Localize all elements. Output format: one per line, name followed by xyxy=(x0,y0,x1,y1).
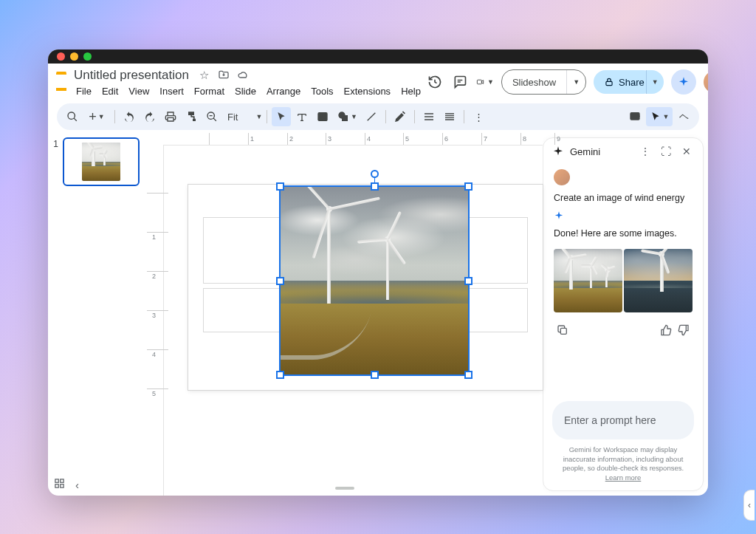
thumbnail-image xyxy=(82,143,120,181)
comments-icon[interactable] xyxy=(451,73,469,91)
menu-edit[interactable]: Edit xyxy=(97,84,123,98)
window-maximize-icon[interactable] xyxy=(83,52,92,61)
resize-handle[interactable] xyxy=(371,371,379,379)
create-with-gemini-icon[interactable] xyxy=(391,107,410,126)
prev-slide-icon[interactable]: ‹ xyxy=(75,479,79,491)
header: Untitled presentation ☆ File Edit View I… xyxy=(48,64,708,100)
resize-handle[interactable] xyxy=(276,182,284,191)
mask-image-icon[interactable] xyxy=(625,107,645,126)
slide[interactable] xyxy=(188,185,543,390)
gemini-disclaimer: Gemini for Workspace may display inaccur… xyxy=(543,441,703,490)
slideshow-dropdown[interactable]: ▼ xyxy=(567,78,585,86)
resize-handle[interactable] xyxy=(276,371,284,379)
zoom-out-icon[interactable] xyxy=(202,107,221,126)
menu-bar: File Edit View Insert Format Slide Arran… xyxy=(71,83,426,98)
generated-images xyxy=(554,249,693,312)
gemini-button[interactable] xyxy=(671,69,696,95)
gemini-sidepanel: Gemini ⋮ ⛶ ✕ Create an image of wind ene… xyxy=(543,137,704,491)
learn-more-link[interactable]: Learn more xyxy=(605,473,642,482)
svg-rect-7 xyxy=(55,479,58,482)
paint-format-icon[interactable] xyxy=(182,107,201,126)
slide-thumbnail[interactable]: 1 xyxy=(51,137,144,186)
thumbs-down-icon[interactable] xyxy=(675,324,693,339)
grid-view-icon[interactable] xyxy=(54,478,65,491)
menu-insert[interactable]: Insert xyxy=(154,84,189,98)
new-slide-button[interactable]: +▼ xyxy=(83,107,110,126)
app-window: Untitled presentation ☆ File Edit View I… xyxy=(48,49,708,496)
canvas[interactable]: 1 2 3 4 5 6 7 8 9 1 2 3 4 5 xyxy=(147,133,543,496)
response-icon xyxy=(554,210,564,221)
zoom-level[interactable]: Fit xyxy=(223,112,242,123)
selected-image[interactable] xyxy=(280,186,469,375)
menu-extensions[interactable]: Extensions xyxy=(339,84,396,98)
vertical-ruler: 1 2 3 4 5 xyxy=(147,145,164,496)
select-tool-icon[interactable] xyxy=(272,107,291,126)
slide-number: 1 xyxy=(51,137,58,186)
svg-rect-0 xyxy=(477,80,481,84)
slides-app-icon[interactable] xyxy=(56,72,66,91)
print-icon[interactable] xyxy=(161,107,180,126)
panel-close-icon[interactable]: ✕ xyxy=(679,146,694,157)
slide-strip: 1 xyxy=(48,133,147,496)
side-panel-toggle[interactable]: ‹ xyxy=(743,490,755,521)
generated-image-2[interactable] xyxy=(624,249,693,312)
thumbs-up-icon[interactable] xyxy=(657,324,675,339)
share-label: Share xyxy=(619,77,645,88)
zoom-dropdown[interactable]: ▼ xyxy=(255,113,262,120)
share-dropdown[interactable]: ▼ xyxy=(646,70,664,94)
panel-expand-icon[interactable]: ⛶ xyxy=(659,146,673,157)
account-avatar[interactable] xyxy=(704,71,708,93)
document-title[interactable]: Untitled presentation xyxy=(71,67,192,83)
slideshow-button[interactable]: Slideshow ▼ xyxy=(501,69,586,95)
line-spacing-icon[interactable] xyxy=(440,107,459,126)
svg-rect-8 xyxy=(61,479,63,482)
align-icon[interactable] xyxy=(419,107,439,126)
line-icon[interactable] xyxy=(362,107,381,126)
resize-handle[interactable] xyxy=(371,182,379,191)
resize-handle[interactable] xyxy=(276,277,284,285)
svg-point-3 xyxy=(320,114,323,117)
speaker-notes-handle[interactable] xyxy=(335,487,354,490)
svg-rect-11 xyxy=(560,328,566,334)
shape-icon[interactable]: ▼ xyxy=(334,107,360,126)
text-box-icon[interactable] xyxy=(292,107,312,126)
chevron-down-icon: ▼ xyxy=(487,78,494,86)
workspace: 1 xyxy=(48,133,708,496)
menu-tools[interactable]: Tools xyxy=(306,84,338,98)
menu-format[interactable]: Format xyxy=(189,84,230,98)
menu-help[interactable]: Help xyxy=(396,84,426,98)
rotate-handle[interactable] xyxy=(371,170,379,178)
move-folder-icon[interactable] xyxy=(217,69,230,83)
more-icon[interactable]: ⋮ xyxy=(469,107,488,126)
history-icon[interactable] xyxy=(426,73,444,91)
resize-handle[interactable] xyxy=(464,182,472,191)
svg-rect-1 xyxy=(606,81,612,85)
resize-handle[interactable] xyxy=(464,277,472,285)
menu-arrange[interactable]: Arrange xyxy=(261,84,306,98)
svg-rect-9 xyxy=(55,485,58,487)
svg-rect-10 xyxy=(61,485,63,487)
present-meet-button[interactable]: ▼ xyxy=(476,73,494,91)
menu-view[interactable]: View xyxy=(123,84,154,98)
undo-icon[interactable] xyxy=(120,107,139,126)
collapse-toolbar-icon[interactable]: ヘ xyxy=(674,107,693,126)
horizontal-ruler: 1 2 3 4 5 6 7 8 9 xyxy=(163,133,543,146)
crop-image-menu[interactable]: ▼ xyxy=(646,107,673,126)
window-minimize-icon[interactable] xyxy=(70,52,78,61)
insert-image-icon[interactable] xyxy=(313,107,332,126)
window-close-icon[interactable] xyxy=(57,52,65,61)
generated-image-1[interactable] xyxy=(554,249,622,312)
cloud-status-icon[interactable] xyxy=(236,69,250,83)
gemini-prompt-input[interactable]: Enter a prompt here xyxy=(552,401,694,439)
star-icon[interactable]: ☆ xyxy=(198,69,211,82)
menu-file[interactable]: File xyxy=(71,84,97,98)
gemini-response-text: Done! Here are some images. xyxy=(554,228,693,239)
panel-more-icon[interactable]: ⋮ xyxy=(638,146,653,157)
copy-icon[interactable] xyxy=(554,324,571,339)
slideshow-label: Slideshow xyxy=(502,70,567,94)
redo-icon[interactable] xyxy=(140,107,159,126)
resize-handle[interactable] xyxy=(464,371,472,379)
search-icon[interactable] xyxy=(63,107,82,126)
user-avatar-small xyxy=(554,169,570,185)
menu-slide[interactable]: Slide xyxy=(230,84,261,98)
